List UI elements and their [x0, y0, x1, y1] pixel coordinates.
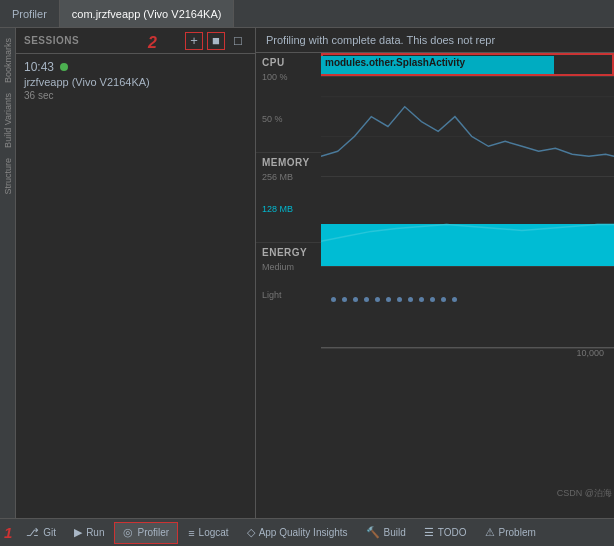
logcat-icon: ≡ [188, 527, 194, 539]
energy-medium: Medium [262, 262, 315, 272]
energy-title: ENERGY [262, 247, 315, 258]
energy-dot [419, 297, 424, 302]
graphs-column: modules.other.SplashActivity 3 [321, 53, 614, 518]
memory-128: 128 MB [262, 204, 315, 214]
logcat-button[interactable]: ≡ Logcat [180, 522, 236, 544]
ruler-end-label: 10,000 [576, 348, 604, 358]
metric-labels: CPU 100 % 50 % MEMORY 256 MB 128 MB ENER… [256, 53, 321, 518]
energy-dot [452, 297, 457, 302]
energy-dot [408, 297, 413, 302]
todo-icon: ☰ [424, 526, 434, 539]
profiler-area: CPU 100 % 50 % MEMORY 256 MB 128 MB ENER… [256, 53, 614, 518]
energy-dot [331, 297, 336, 302]
top-tab-bar: Profiler com.jrzfveapp (Vivo V2164KA) [0, 0, 614, 28]
cpu-50pct: 50 % [262, 114, 315, 124]
energy-labels: ENERGY Medium Light [256, 243, 321, 323]
sessions-panel: SESSIONS 2 + ■ □ 10:43 jrzfveapp (Vivo V… [16, 28, 256, 518]
badge-2: 2 [148, 34, 157, 52]
build-button[interactable]: 🔨 Build [358, 522, 414, 544]
bottom-bar: 1 ⎇ Git ▶ Run ◎ Profiler ≡ Logcat ◇ App … [0, 518, 614, 546]
sessions-title: SESSIONS [24, 35, 79, 46]
energy-dot [386, 297, 391, 302]
cpu-100pct: 100 % [262, 72, 315, 82]
cpu-graph [321, 77, 614, 177]
add-session-button[interactable]: + [185, 32, 203, 50]
energy-graph [321, 267, 614, 347]
energy-light: Light [262, 290, 315, 300]
todo-button[interactable]: ☰ TODO [416, 522, 475, 544]
git-icon: ⎇ [26, 526, 39, 539]
memory-line [321, 177, 614, 266]
ruler-svg [321, 348, 614, 367]
git-button[interactable]: ⎇ Git [18, 522, 64, 544]
energy-dot [441, 297, 446, 302]
main-area: Bookmarks Build Variants Structure SESSI… [0, 28, 614, 518]
energy-dot [375, 297, 380, 302]
memory-labels: MEMORY 256 MB 128 MB [256, 153, 321, 243]
side-labels: Bookmarks Build Variants Structure [0, 28, 16, 518]
memory-graph [321, 177, 614, 267]
build-icon: 🔨 [366, 526, 380, 539]
profiler-button[interactable]: ◎ Profiler [114, 522, 178, 544]
energy-dot [353, 297, 358, 302]
profiler-content: Profiling with complete data. This does … [256, 28, 614, 518]
structure-label: Structure [3, 158, 13, 195]
energy-dot [397, 297, 402, 302]
app-quality-icon: ◇ [247, 526, 255, 539]
ruler-row: 10,000 [321, 347, 614, 367]
sessions-header: SESSIONS 2 + ■ □ [16, 28, 255, 54]
watermark: CSDN @泊海 [557, 487, 612, 500]
memory-title: MEMORY [262, 157, 315, 168]
session-item[interactable]: 10:43 jrzfveapp (Vivo V2164KA) 36 sec [16, 54, 255, 107]
session-active-dot [60, 63, 68, 71]
problem-icon: ⚠ [485, 526, 495, 539]
profiler-icon: ◎ [123, 526, 133, 539]
run-icon: ▶ [74, 526, 82, 539]
session-name: jrzfveapp (Vivo V2164KA) [24, 76, 247, 88]
session-time: 10:43 [24, 60, 247, 74]
app-quality-button[interactable]: ◇ App Quality Insights [239, 522, 356, 544]
sessions-actions: 2 + ■ □ [185, 32, 247, 50]
energy-dot [364, 297, 369, 302]
stop-session-button[interactable]: ■ [207, 32, 225, 50]
activity-row: modules.other.SplashActivity 3 [321, 53, 614, 77]
cpu-labels: CPU 100 % 50 % [256, 53, 321, 153]
bookmarks-label: Bookmarks [3, 38, 13, 83]
tab-profiler[interactable]: Profiler [0, 0, 60, 27]
session-duration: 36 sec [24, 90, 247, 101]
tab-device[interactable]: com.jrzfveapp (Vivo V2164KA) [60, 0, 235, 27]
energy-dot [430, 297, 435, 302]
activity-label: modules.other.SplashActivity [325, 57, 465, 68]
energy-dots [321, 267, 614, 302]
build-variants-label: Build Variants [3, 93, 13, 148]
memory-256: 256 MB [262, 172, 315, 182]
run-button[interactable]: ▶ Run [66, 522, 112, 544]
profiler-header-bar: Profiling with complete data. This does … [256, 28, 614, 53]
problem-button[interactable]: ⚠ Problem [477, 522, 544, 544]
energy-dot [342, 297, 347, 302]
detach-session-button[interactable]: □ [229, 32, 247, 50]
cpu-waveform [321, 77, 614, 176]
badge-1: 1 [4, 524, 12, 541]
cpu-title: CPU [262, 57, 315, 68]
